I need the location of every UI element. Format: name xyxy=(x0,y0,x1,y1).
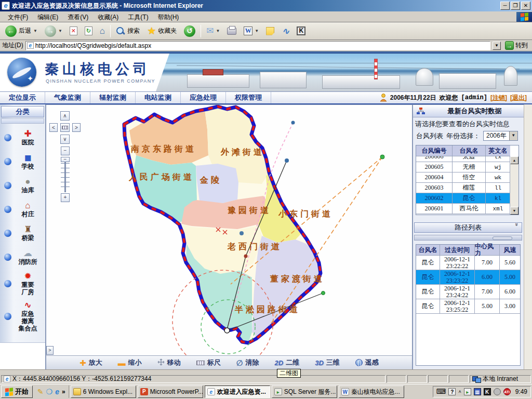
address-dropdown-button[interactable]: ▼ xyxy=(493,42,501,50)
pan-right-button[interactable]: > xyxy=(72,123,81,132)
table-row[interactable]: 昆仑2006-12-1 23:24:227.006.00 xyxy=(416,285,520,299)
table-row[interactable]: 200605无稽wj xyxy=(416,162,510,172)
mail-button[interactable]: ✉▼ xyxy=(204,25,222,36)
kaspersky-tray-icon[interactable]: K xyxy=(484,388,491,395)
zoom-in-button[interactable]: + xyxy=(61,193,70,202)
refresh-button[interactable]: ↻ xyxy=(83,25,95,36)
print-button[interactable] xyxy=(225,26,238,36)
search-button[interactable]: 搜索 xyxy=(114,25,142,37)
collapse-chevron-icon[interactable]: » xyxy=(514,223,520,232)
sql-tray-icon[interactable]: ▸ xyxy=(464,388,471,395)
round-tray-icon[interactable] xyxy=(494,388,501,395)
help-tray-icon[interactable]: ? xyxy=(448,388,456,395)
nav-item[interactable]: 气象监测 xyxy=(45,92,90,103)
table-row[interactable]: 200602昆仑kl xyxy=(416,193,510,204)
scroll-up-button[interactable]: ▲ xyxy=(510,156,518,164)
taskbar-button-powerpoint[interactable]: PMicrosoft PowerP... xyxy=(138,385,203,398)
scroll-down-button[interactable]: ▼ xyxy=(510,207,518,215)
table-row[interactable]: 昆仑2006-12-1 23:25:225.003.00 xyxy=(416,299,520,314)
taskbar-button-word[interactable]: W秦山核电站应急... xyxy=(339,385,404,398)
pan-center-button[interactable] xyxy=(60,123,70,132)
menu-item[interactable]: 收藏(A) xyxy=(93,12,123,22)
map-tool-zoom-in[interactable]: ✚放大 xyxy=(79,358,102,367)
zoom-out-button[interactable]: − xyxy=(61,147,70,155)
column-header: 风速 xyxy=(500,245,520,256)
menu-item[interactable]: 文件(F) xyxy=(3,12,33,22)
menu-item[interactable]: 工具(T) xyxy=(123,12,153,22)
sidebar-item-hospital[interactable]: ✚医院 xyxy=(0,126,45,150)
zoom-slider-handle[interactable]: − xyxy=(61,157,70,162)
pan-left-button[interactable]: < xyxy=(49,123,58,132)
sidebar-item-fire-station[interactable]: ☁消防所 xyxy=(0,245,45,269)
table-row[interactable]: 200606太虚tx xyxy=(416,156,510,162)
taskbar-button-sql-server[interactable]: ▸SQL Server 服务... xyxy=(272,385,337,398)
nav-item[interactable]: 辐射监测 xyxy=(90,92,136,103)
close-button[interactable]: ✕ xyxy=(521,2,530,10)
map-tool-ruler[interactable]: 标尺 xyxy=(196,358,221,367)
kaspersky-button[interactable]: K xyxy=(295,25,308,36)
map-tool-pan[interactable]: 移动 xyxy=(157,358,181,367)
horizontal-splitter[interactable] xyxy=(414,235,522,241)
pan-up-button[interactable]: ∧ xyxy=(60,111,70,121)
sidebar-item-assembly-point[interactable]: ∿应急 撤离 集合点 xyxy=(0,298,45,335)
map-tool-clear[interactable]: ∅清除 xyxy=(236,358,259,367)
table-row[interactable]: 200604悟空wk xyxy=(416,172,510,183)
notes-button[interactable] xyxy=(264,26,276,36)
table-row[interactable]: 200601西马伦xml xyxy=(416,204,510,214)
exit-link[interactable]: [退出] xyxy=(510,94,527,102)
maximize-button[interactable]: ❐ xyxy=(511,2,520,10)
sidebar-item-oil-depot[interactable]: ●油库 xyxy=(0,174,45,197)
sidebar-item-school[interactable]: ◼学校 xyxy=(0,150,45,174)
year-select-arrow[interactable]: ▼ xyxy=(509,131,517,140)
map-expand-button[interactable]: > xyxy=(46,346,54,355)
back-button[interactable]: ← 后退▼ xyxy=(3,24,39,38)
quicklaunch-overflow-chevron[interactable]: » xyxy=(62,388,65,395)
ati-tray-icon[interactable]: ATI xyxy=(503,388,511,395)
minimize-button[interactable]: ─ xyxy=(500,2,510,10)
stop-button[interactable]: ✕ xyxy=(68,25,79,36)
year-select[interactable]: 2006年 ▼ xyxy=(483,131,518,141)
address-input[interactable]: e http://localhost/QSgridwebgis/default.… xyxy=(25,41,490,50)
sidebar-item-bridge[interactable]: ♜桥梁 xyxy=(0,221,45,245)
sidebar-title[interactable]: 分类 xyxy=(1,106,44,117)
map-tool-zoom-out[interactable]: ▬缩小 xyxy=(118,358,142,367)
typhoon-table-scrollbar[interactable]: ▲ ▼ xyxy=(510,156,518,215)
nav-item[interactable]: 应急处理 xyxy=(181,92,226,103)
tray-collapse-chevron[interactable]: ˄ xyxy=(458,389,461,394)
menu-item[interactable]: 编辑(E) xyxy=(33,12,63,22)
go-button[interactable]: → 转到 xyxy=(503,41,530,50)
menu-item[interactable]: 帮助(H) xyxy=(153,12,184,22)
nav-item[interactable]: 定位显示 xyxy=(0,92,45,103)
sidebar-item-key-plant[interactable]: ✹重要 厂房 xyxy=(0,269,45,298)
table-row[interactable]: 昆仑2006-12-1 23:23:226.005.00 xyxy=(416,270,520,285)
map-tool-3d[interactable]: 3D三维 xyxy=(315,358,340,367)
start-button[interactable]: 开始 xyxy=(1,385,33,398)
menu-item[interactable]: 查看(V) xyxy=(63,12,93,22)
table-row[interactable]: 200603榴莲ll xyxy=(416,183,510,193)
map-canvas[interactable]: 南京东路街道外滩街道人民广场街道金陵豫园街道小东门街道老西门街道董家渡街道半淞园… xyxy=(46,104,412,355)
pan-down-button[interactable]: ∨ xyxy=(60,135,70,144)
column-header: 中心风力 xyxy=(475,245,500,256)
history-button[interactable]: ↺ xyxy=(182,24,197,38)
map-tool-2d[interactable]: 2D二维 xyxy=(275,358,300,367)
page-scrollbar[interactable] xyxy=(524,104,532,369)
quicklaunch-globe-icon[interactable]: ❍ xyxy=(46,388,53,396)
favorites-button[interactable]: ★收藏夹 xyxy=(145,25,179,37)
forward-button[interactable]: →▼ xyxy=(43,24,64,38)
taskbar-button-ie[interactable]: e欢迎进入应急资... xyxy=(205,385,270,398)
app-tray-icon[interactable]: ▦ xyxy=(474,388,481,395)
sidebar-item-village[interactable]: ⌂村庄 xyxy=(0,197,45,221)
messenger-button[interactable]: ∿ xyxy=(280,24,291,38)
table-row[interactable]: 昆仑2006-12-1 23:22:227.005.60 xyxy=(416,256,520,270)
taskbar-button-folder[interactable]: 6 Windows Expl...▼ xyxy=(71,385,136,398)
quicklaunch-ie-icon[interactable]: e xyxy=(55,388,59,396)
nav-item[interactable]: 电站监测 xyxy=(136,92,181,103)
home-button[interactable]: ⌂ xyxy=(98,25,107,36)
nav-item[interactable]: 权限管理 xyxy=(226,92,271,103)
logout-link[interactable]: [注销] xyxy=(490,94,507,102)
path-list-bar[interactable]: 路径列表 » xyxy=(414,222,522,233)
map-tool-remote-sensing[interactable]: 遥感 xyxy=(355,358,379,367)
keyboard-tray-icon[interactable]: ⌨ xyxy=(436,388,446,395)
edit-word-button[interactable]: W▼ xyxy=(242,25,261,36)
quicklaunch-pen-icon[interactable]: ✎ xyxy=(37,388,44,396)
